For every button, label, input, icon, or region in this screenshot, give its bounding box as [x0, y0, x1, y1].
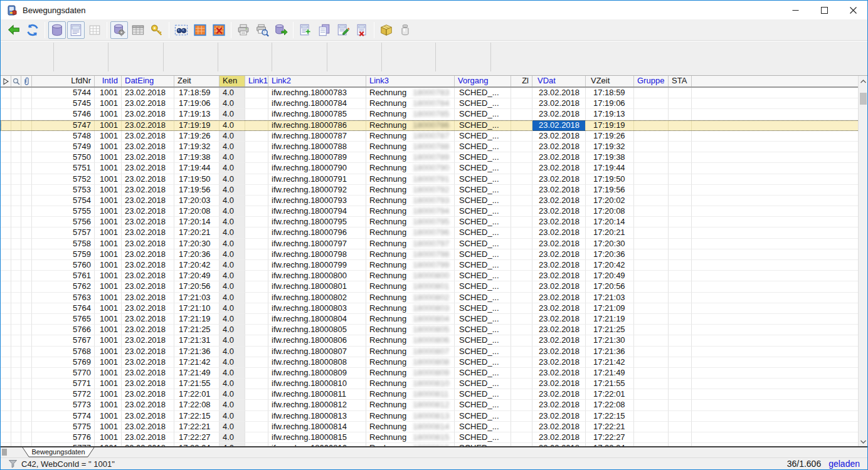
cell-zeit[interactable]: 17:21:03 [174, 293, 220, 303]
minimize-button[interactable] [781, 1, 810, 19]
cell-m3[interactable] [21, 109, 32, 120]
cell-dateing[interactable]: 23.02.2018 [122, 293, 174, 303]
cell-m2[interactable] [11, 196, 21, 206]
cell-filler[interactable] [692, 271, 859, 281]
cell-zeit[interactable]: 17:20:56 [174, 281, 220, 292]
cell-filler[interactable] [692, 120, 859, 131]
cell-zeit[interactable]: 17:19:56 [174, 185, 220, 196]
cell-m3[interactable] [21, 347, 32, 357]
cell-vzeit[interactable]: 17:20:30 [586, 239, 634, 249]
cell-intid[interactable]: 1001 [95, 389, 122, 400]
table-row[interactable]: 5759100123.02.201817:20:364.0ifw.rechng.… [1, 249, 859, 260]
cell-link2[interactable]: ifw.rechng.18000803 [268, 303, 366, 314]
cell-zl[interactable] [511, 239, 532, 249]
cell-link3[interactable]: Rechnung18000799 [366, 260, 455, 271]
cell-link1[interactable] [245, 293, 268, 303]
cell-ken[interactable]: 4.0 [220, 432, 245, 443]
cell-zeit[interactable]: 17:22:01 [174, 389, 220, 400]
cell-dateing[interactable]: 23.02.2018 [122, 142, 174, 152]
cell-lfdnr[interactable]: 5755 [32, 206, 95, 217]
cell-vorgang[interactable]: SCHED_... [455, 347, 511, 357]
cell-link3[interactable]: Rechnung18000790 [366, 163, 455, 174]
cell-m1[interactable] [1, 400, 11, 410]
cell-gruppe[interactable] [634, 239, 669, 249]
cell-m1[interactable] [1, 260, 11, 271]
cell-vzeit[interactable]: 17:21:30 [586, 335, 634, 346]
cell-m1[interactable] [1, 98, 11, 109]
cell-zl[interactable] [511, 281, 532, 292]
cell-m2[interactable] [11, 120, 21, 131]
cell-link3[interactable]: Rechnung18000785 [366, 109, 455, 120]
cell-m2[interactable] [11, 368, 21, 379]
cell-zeit[interactable]: 17:21:55 [174, 379, 220, 389]
close-button[interactable] [839, 1, 867, 19]
cell-lfdnr[interactable]: 5751 [32, 163, 95, 174]
cell-gruppe[interactable] [634, 98, 669, 109]
cell-m3[interactable] [21, 206, 32, 217]
cell-sta[interactable] [669, 249, 692, 260]
cell-filler[interactable] [692, 314, 859, 325]
cell-m2[interactable] [11, 271, 21, 281]
cell-vorgang[interactable]: SCHED_... [455, 357, 511, 368]
table-row[interactable]: 5756100123.02.201817:20:144.0ifw.rechng.… [1, 217, 859, 227]
cell-link1[interactable] [245, 325, 268, 335]
cell-vorgang[interactable]: SCHED_... [455, 271, 511, 281]
cell-vdat[interactable]: 23.02.2018 [532, 98, 586, 109]
cell-vdat[interactable]: 23.02.2018 [532, 206, 586, 217]
cell-m2[interactable] [11, 109, 21, 120]
column-header-dateing[interactable]: DatEing [122, 76, 174, 86]
cell-link1[interactable] [245, 260, 268, 271]
table-row[interactable]: 5763100123.02.201817:21:034.0ifw.rechng.… [1, 293, 859, 303]
cell-link3[interactable]: Rechnung18000784 [366, 98, 455, 109]
tab-scroll-handle[interactable] [2, 449, 7, 456]
cell-vdat[interactable]: 23.02.2018 [532, 120, 586, 131]
cell-link2[interactable]: ifw.rechng.18000802 [268, 293, 366, 303]
cell-intid[interactable]: 1001 [95, 174, 122, 185]
cell-m3[interactable] [21, 357, 32, 368]
cell-link2[interactable]: ifw.rechng.18000813 [268, 411, 366, 422]
cell-sta[interactable] [669, 152, 692, 163]
cell-ken[interactable]: 4.0 [220, 379, 245, 389]
cell-gruppe[interactable] [634, 411, 669, 422]
cell-link1[interactable] [245, 389, 268, 400]
cell-link1[interactable] [245, 347, 268, 357]
cell-sta[interactable] [669, 142, 692, 152]
cell-ken[interactable]: 4.0 [220, 185, 245, 196]
cell-vorgang[interactable]: SCHED_... [455, 88, 511, 98]
cell-link3[interactable]: Rechnung18000795 [366, 217, 455, 227]
cell-lfdnr[interactable]: 5747 [32, 120, 95, 131]
cell-link3[interactable]: Rechnung18000809 [366, 368, 455, 379]
cell-gruppe[interactable] [634, 196, 669, 206]
cell-intid[interactable]: 1001 [95, 217, 122, 227]
cell-m2[interactable] [11, 260, 21, 271]
cell-filler[interactable] [692, 335, 859, 346]
cell-link3[interactable]: Rechnung18000783 [366, 88, 455, 98]
vertical-scrollbar[interactable] [858, 76, 867, 446]
cell-vzeit[interactable]: 17:21:42 [586, 357, 634, 368]
cell-link1[interactable] [245, 109, 268, 120]
cell-dateing[interactable]: 23.02.2018 [122, 347, 174, 357]
cell-lfdnr[interactable]: 5768 [32, 347, 95, 357]
cell-link1[interactable] [245, 422, 268, 432]
column-header-gruppe[interactable]: Gruppe [634, 76, 669, 86]
cell-dateing[interactable]: 23.02.2018 [122, 335, 174, 346]
cell-ken[interactable]: 4.0 [220, 227, 245, 238]
cell-lfdnr[interactable]: 5748 [32, 131, 95, 142]
cell-vdat[interactable]: 23.02.2018 [532, 109, 586, 120]
archive-button[interactable] [396, 21, 414, 39]
cell-link2[interactable]: ifw.rechng.18000808 [268, 357, 366, 368]
cell-m3[interactable] [21, 293, 32, 303]
cell-sta[interactable] [669, 88, 692, 98]
table-row[interactable]: 5770100123.02.201817:21:494.0ifw.rechng.… [1, 368, 859, 379]
cell-lfdnr[interactable]: 5760 [32, 260, 95, 271]
cell-m2[interactable] [11, 293, 21, 303]
cell-link2[interactable]: ifw.rechng.18000806 [268, 335, 366, 346]
cell-gruppe[interactable] [634, 347, 669, 357]
cell-intid[interactable]: 1001 [95, 142, 122, 152]
cell-link3[interactable]: Rechnung18000800 [366, 271, 455, 281]
record-copy-button[interactable] [315, 21, 333, 39]
cell-filler[interactable] [692, 109, 859, 120]
cell-vdat[interactable]: 23.02.2018 [532, 432, 586, 443]
cell-vorgang[interactable]: SCHED_... [455, 389, 511, 400]
table-row[interactable]: 5768100123.02.201817:21:364.0ifw.rechng.… [1, 347, 859, 357]
